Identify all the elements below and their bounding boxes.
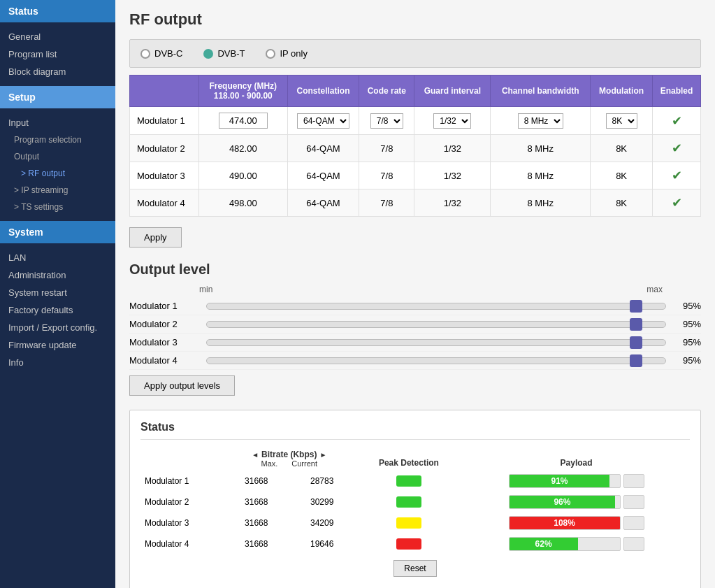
sidebar-item-rf-output[interactable]: > RF output — [0, 165, 115, 182]
apply-button[interactable]: Apply — [129, 227, 182, 248]
modulation-select[interactable]: 8K4K2K — [606, 113, 637, 129]
modulator-freq[interactable] — [198, 107, 287, 135]
dvb-t-radio[interactable] — [203, 49, 213, 59]
level-pct-1: 95% — [673, 319, 701, 329]
modulator-name: Modulator 2 — [130, 135, 199, 162]
status-table-row: Modulator 4 31668 19646 62% — [140, 533, 690, 554]
status-row-peak — [355, 471, 463, 492]
col-header-enabled: Enabled — [653, 76, 701, 107]
modulator-enabled[interactable]: ✔ — [653, 162, 701, 189]
status-table-row: Modulator 2 31668 30299 96% — [140, 492, 690, 512]
modulator-freq: 498.00 — [198, 189, 287, 217]
modulator-constellation: 64-QAM — [287, 189, 359, 217]
table-row: Modulator 3 490.00 64-QAM 7/8 1/32 8 MHz… — [130, 162, 701, 189]
status-row-peak — [355, 512, 463, 533]
level-row: Modulator 4 95% — [129, 352, 701, 370]
modulator-code-rate[interactable]: 7/85/63/42/31/2 — [359, 107, 414, 135]
code-rate-select[interactable]: 7/85/63/42/31/2 — [370, 113, 403, 129]
dvb-c-radio[interactable] — [140, 49, 150, 59]
modulator-modulation: 8K — [591, 189, 653, 217]
output-level-sliders: Modulator 1 95% Modulator 2 95% Modulato… — [129, 297, 701, 370]
sidebar-item-import-export[interactable]: Import / Export config. — [0, 319, 115, 336]
modulator-guard-interval: 1/32 — [414, 162, 491, 189]
modulator-name: Modulator 1 — [130, 107, 199, 135]
output-type-radio-group: DVB-C DVB-T IP only — [129, 39, 701, 68]
dvb-t-label: DVB-T — [217, 48, 245, 59]
modulator-code-rate: 7/8 — [359, 135, 414, 162]
modulator-constellation[interactable]: 64-QAM32-QAM16-QAMQPSK — [287, 107, 359, 135]
apply-output-levels-button[interactable]: Apply output levels — [129, 375, 235, 396]
modulator-channel-bw[interactable]: 8 MHz7 MHz6 MHz — [491, 107, 591, 135]
modulator-enabled[interactable]: ✔ — [653, 135, 701, 162]
sidebar-item-lan[interactable]: LAN — [0, 249, 115, 266]
modulator-freq: 490.00 — [198, 162, 287, 189]
dvb-t-option[interactable]: DVB-T — [203, 48, 245, 59]
sidebar-item-general[interactable]: General — [0, 28, 115, 45]
sidebar-item-block-diagram[interactable]: Block diagram — [0, 63, 115, 80]
sidebar-system-section: System — [0, 221, 115, 243]
level-pct-0: 95% — [673, 301, 701, 311]
peak-bar-1 — [396, 496, 421, 508]
modulator-guard-interval: 1/32 — [414, 135, 491, 162]
modulator-guard-interval: 1/32 — [414, 189, 491, 217]
status-row-current: 30299 — [289, 492, 355, 512]
modulator-name: Modulator 4 — [130, 189, 199, 217]
sidebar-item-output[interactable]: Output — [0, 148, 115, 165]
col-header-guard-interval: Guard interval — [414, 76, 491, 107]
modulator-enabled[interactable]: ✔ — [653, 107, 701, 135]
freq-input[interactable] — [219, 113, 268, 129]
sidebar-item-info[interactable]: Info — [0, 354, 115, 371]
level-label-0: Modulator 1 — [129, 301, 199, 311]
sidebar-item-ts-settings[interactable]: > TS settings — [0, 199, 115, 215]
sidebar-item-administration[interactable]: Administration — [0, 266, 115, 284]
status-title: Status — [140, 421, 690, 440]
table-row: Modulator 4 498.00 64-QAM 7/8 1/32 8 MHz… — [130, 189, 701, 217]
status-col-name — [140, 447, 224, 471]
level-slider-track-0 — [206, 303, 666, 310]
sidebar-item-firmware-update[interactable]: Firmware update — [0, 336, 115, 354]
sidebar-item-factory-defaults[interactable]: Factory defaults — [0, 301, 115, 319]
status-table: ◄ Bitrate (Kbps) ► Max. Current Peak Det… — [140, 447, 690, 580]
constellation-select[interactable]: 64-QAM32-QAM16-QAMQPSK — [297, 113, 349, 129]
table-row: Modulator 2 482.00 64-QAM 7/8 1/32 8 MHz… — [130, 135, 701, 162]
sidebar-item-ip-streaming[interactable]: > IP streaming — [0, 182, 115, 199]
status-row-payload: 62% — [463, 533, 690, 554]
level-label-3: Modulator 4 — [129, 355, 199, 366]
level-slider-track-3 — [206, 357, 666, 364]
modulator-modulation[interactable]: 8K4K2K — [591, 107, 653, 135]
sidebar-item-system-restart[interactable]: System restart — [0, 284, 115, 301]
col-header-code-rate: Code rate — [359, 76, 414, 107]
modulator-guard-interval[interactable]: 1/321/161/81/4 — [414, 107, 491, 135]
dvb-c-option[interactable]: DVB-C — [140, 48, 182, 59]
sidebar-item-program-selection[interactable]: Program selection — [0, 131, 115, 148]
level-pct-2: 95% — [673, 337, 701, 347]
payload-fill-2: 108% — [510, 517, 620, 529]
guard-interval-select[interactable]: 1/321/161/81/4 — [433, 113, 471, 129]
ip-only-option[interactable]: IP only — [266, 48, 308, 59]
level-row: Modulator 2 95% — [129, 315, 701, 334]
reset-button[interactable]: Reset — [393, 560, 436, 577]
peak-bar-2 — [396, 517, 421, 529]
modulator-enabled[interactable]: ✔ — [653, 189, 701, 217]
level-slider-track-2 — [206, 339, 666, 346]
payload-fill-1: 96% — [510, 496, 616, 508]
modulator-constellation: 64-QAM — [287, 162, 359, 189]
min-label: min — [199, 285, 212, 294]
dvb-c-label: DVB-C — [154, 48, 182, 59]
modulator-modulation: 8K — [591, 162, 653, 189]
status-col-payload: Payload — [463, 447, 690, 471]
ip-only-radio[interactable] — [266, 49, 275, 59]
level-pct-3: 95% — [673, 355, 701, 366]
modulator-channel-bw: 8 MHz — [491, 135, 591, 162]
col-header-constellation: Constellation — [287, 76, 359, 107]
sidebar-item-program-list[interactable]: Program list — [0, 45, 115, 63]
payload-track-1: 96% — [509, 495, 621, 509]
channel-bw-select[interactable]: 8 MHz7 MHz6 MHz — [518, 113, 563, 129]
ip-only-label: IP only — [280, 48, 308, 59]
status-row-name: Modulator 3 — [140, 512, 224, 533]
sidebar-item-input[interactable]: Input — [0, 114, 115, 131]
level-slider-track-1 — [206, 321, 666, 328]
table-row: Modulator 1 64-QAM32-QAM16-QAMQPSK 7/85/… — [130, 107, 701, 135]
peak-bar-3 — [396, 538, 421, 550]
payload-fill-3: 62% — [510, 538, 578, 550]
